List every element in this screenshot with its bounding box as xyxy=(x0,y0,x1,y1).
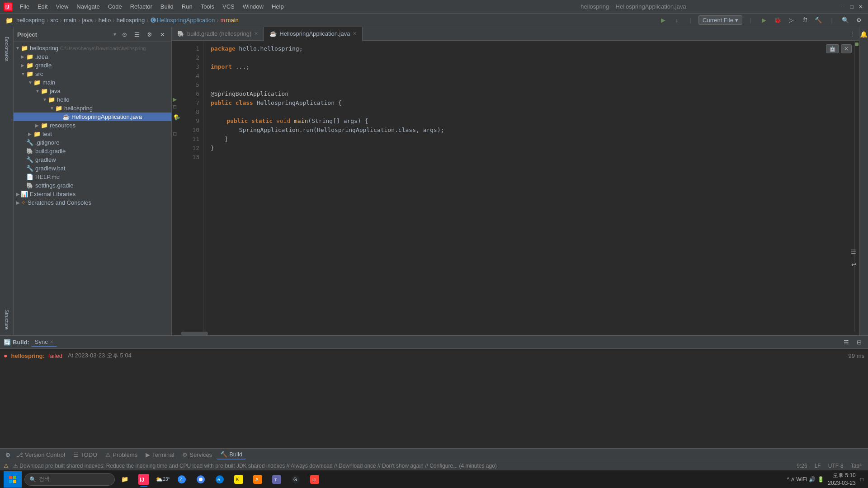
tray-wifi[interactable]: WiFi xyxy=(796,476,807,483)
breadcrumb-hellospring2[interactable]: hellospring xyxy=(116,17,145,23)
breadcrumb-main[interactable]: main xyxy=(64,17,76,23)
taskbar-search[interactable]: 🔍 검색 xyxy=(24,473,115,486)
filter-output-icon[interactable]: ☰ xyxy=(848,246,859,257)
tree-scratches[interactable]: ▶ ✧ Scratches and Consoles xyxy=(14,198,171,207)
breadcrumb-hello[interactable]: hello xyxy=(99,17,111,23)
project-settings-button[interactable]: ⚙ xyxy=(144,29,155,40)
breadcrumb-src[interactable]: src xyxy=(50,17,58,23)
menu-navigate[interactable]: Navigate xyxy=(73,2,103,11)
tree-src[interactable]: ▼ 📁 src xyxy=(14,70,171,78)
status-encoding[interactable]: UTF-8 xyxy=(826,463,846,469)
taskbar-teams[interactable]: T xyxy=(268,471,286,488)
tree-hello[interactable]: ▼ 📁 hello xyxy=(14,95,171,104)
tree-test[interactable]: ▶ 📁 test xyxy=(14,130,171,138)
taskbar-app6[interactable]: IJ xyxy=(306,471,324,488)
tree-resources[interactable]: ▶ 📁 resources xyxy=(14,121,171,130)
menu-vcs[interactable]: VCS xyxy=(219,2,238,11)
menu-tools[interactable]: Tools xyxy=(197,2,218,11)
tree-gradle[interactable]: ▶ 📁 gradle xyxy=(14,61,171,70)
menu-help[interactable]: Help xyxy=(268,2,288,11)
breadcrumb-class[interactable]: 🅒HellospringApplication xyxy=(151,17,215,23)
tab-build[interactable]: 🔨 Build xyxy=(217,450,246,460)
taskbar-chrome[interactable] xyxy=(192,471,210,488)
debug-button[interactable]: 🐞 xyxy=(772,15,783,26)
notification-center-button[interactable]: □ xyxy=(859,475,864,483)
soft-wrap-icon[interactable]: ↩ xyxy=(848,259,859,270)
collapse-all-button[interactable]: ☰ xyxy=(132,29,142,40)
menu-window[interactable]: Window xyxy=(239,2,267,11)
bookmarks-panel-toggle[interactable]: Bookmarks xyxy=(3,29,11,70)
taskbar-intellij[interactable]: IJ xyxy=(135,471,153,488)
tree-hellospring-folder[interactable]: ▼ 📁 hellospring xyxy=(14,104,171,113)
build-project-button[interactable]: 🔨 xyxy=(813,15,824,26)
run2-button[interactable]: ▶ xyxy=(759,15,769,26)
locate-file-button[interactable]: ⊙ xyxy=(119,29,130,40)
close-build-tab[interactable]: ✕ xyxy=(254,31,258,37)
menu-edit[interactable]: Edit xyxy=(34,2,51,11)
menu-build[interactable]: Build xyxy=(157,2,177,11)
taskbar-clock[interactable]: 오후 5:10 2023-03-23 xyxy=(828,472,855,487)
expand-bottom-panel[interactable]: ⊕ xyxy=(4,450,12,460)
taskbar-weather[interactable]: ⛅ 23° xyxy=(154,471,172,488)
tabs-more-button[interactable]: ⋮ xyxy=(846,30,859,37)
breadcrumb-java[interactable]: java xyxy=(82,17,93,23)
fold-marker-class[interactable]: ⊟ xyxy=(173,104,177,110)
h-scrollbar-thumb[interactable] xyxy=(181,332,208,335)
tab-services[interactable]: ⚙ Services xyxy=(179,450,216,459)
menu-refactor[interactable]: Refactor xyxy=(127,2,156,11)
taskbar-zoom[interactable]: Z xyxy=(173,471,191,488)
tab-sync[interactable]: Sync ✕ xyxy=(31,338,57,347)
run-coverage-button[interactable]: ▷ xyxy=(786,15,797,26)
taskbar-kakao[interactable]: K xyxy=(230,471,248,488)
taskbar-edge[interactable]: e xyxy=(211,471,229,488)
close-sync-tab[interactable]: ✕ xyxy=(50,339,53,344)
rerun-build-icon[interactable]: 🔄 xyxy=(4,339,11,346)
status-message[interactable]: ⚠ Download pre-built shared indexes: Red… xyxy=(10,463,792,469)
tab-main-class[interactable]: ☕ HellospringApplication.java ✕ xyxy=(264,27,363,41)
close-ai-action[interactable]: ✕ xyxy=(841,44,852,53)
tree-build-gradle[interactable]: 🐘 build.gradle xyxy=(14,147,171,155)
menu-file[interactable]: File xyxy=(16,2,33,11)
run-button[interactable]: ▶ xyxy=(658,15,669,26)
status-line-ending[interactable]: LF xyxy=(812,463,824,469)
code-editor[interactable]: package hello.hellospring; import ...; @… xyxy=(203,41,859,332)
tab-problems[interactable]: ⚠ Problems xyxy=(102,450,141,459)
start-button[interactable] xyxy=(4,471,22,488)
tree-settings-gradle[interactable]: 🐘 settings.gradle xyxy=(14,181,171,190)
run-class-gutter-button[interactable]: ▶ xyxy=(173,95,177,104)
current-file-button[interactable]: Current File ▾ xyxy=(698,15,742,25)
profiler-button[interactable]: ⏱ xyxy=(799,15,810,26)
horizontal-scrollbar[interactable] xyxy=(172,332,859,335)
breadcrumb-hellospring[interactable]: hellospring xyxy=(16,17,45,23)
settings-button[interactable]: ⚙ xyxy=(854,15,864,26)
fold-marker-method[interactable]: ⊟ xyxy=(173,131,177,137)
minimize-button[interactable]: ─ xyxy=(839,3,846,10)
taskbar-file-explorer[interactable]: 📁 xyxy=(116,471,134,488)
tab-version-control[interactable]: ⎇ Version Control xyxy=(13,450,69,459)
notifications-icon[interactable]: 🔔 xyxy=(859,29,868,40)
tray-battery[interactable]: 🔋 xyxy=(817,476,824,483)
tree-gradlew[interactable]: 🔧 gradlew xyxy=(14,155,171,164)
tree-idea[interactable]: ▶ 📁 .idea xyxy=(14,52,171,61)
close-button[interactable]: ✕ xyxy=(857,3,864,10)
build-collapse-button[interactable]: ⊟ xyxy=(854,337,864,347)
tree-help-md[interactable]: 📄 HELP.md xyxy=(14,173,171,181)
git-update-button[interactable]: ↓ xyxy=(671,15,682,26)
taskbar-app5[interactable]: A xyxy=(249,471,267,488)
search-button[interactable]: 🔍 xyxy=(840,15,851,26)
tree-gitignore[interactable]: 🔧 .gitignore xyxy=(14,138,171,147)
taskbar-github[interactable]: G xyxy=(287,471,305,488)
tab-build-gradle[interactable]: 🐘 build.gradle (hellospring) ✕ xyxy=(172,27,264,41)
breadcrumb-method[interactable]: mmain xyxy=(221,17,239,23)
tree-root-hellospring[interactable]: ▼ 📁 hellospring C:\Users\heoye\Downloads… xyxy=(14,44,171,52)
run-method-gutter-button[interactable]: ▶ xyxy=(176,113,180,122)
tree-external-libraries[interactable]: ▶ 📊 External Libraries xyxy=(14,190,171,198)
ai-action-button[interactable]: 🤖 xyxy=(826,44,839,53)
menu-view[interactable]: View xyxy=(52,2,72,11)
status-indent[interactable]: Tab⁴ xyxy=(848,463,864,469)
tray-volume[interactable]: 🔊 xyxy=(809,476,816,483)
close-project-panel-button[interactable]: ✕ xyxy=(157,29,168,40)
tree-java[interactable]: ▼ 📁 java xyxy=(14,87,171,95)
tree-main[interactable]: ▼ 📁 main xyxy=(14,78,171,87)
maximize-button[interactable]: □ xyxy=(848,3,855,10)
